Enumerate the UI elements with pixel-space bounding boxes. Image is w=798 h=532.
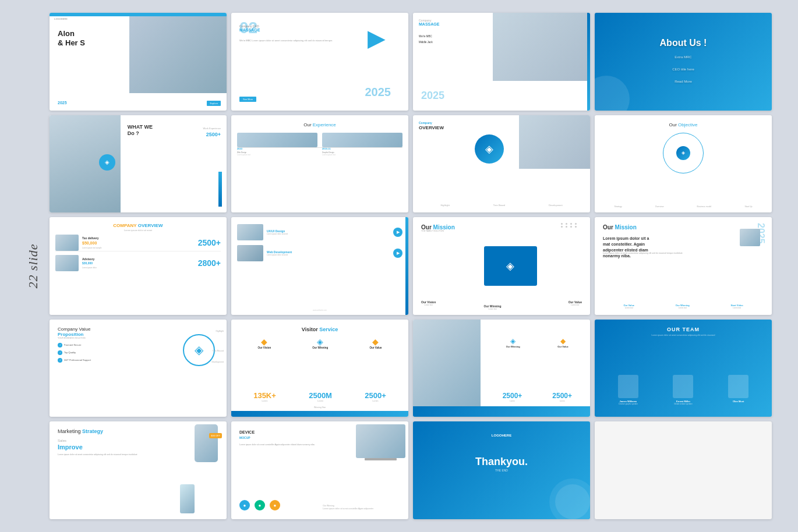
slide11-value-sub: Lorem text xyxy=(569,304,582,306)
slide3-product: MASSAGE xyxy=(419,22,439,26)
slide-4: About Us !Extra MRCCEO title hereRead Mo… xyxy=(595,13,772,111)
slide9-tag-2: Advisory$30,000 xyxy=(82,257,195,265)
dot-6 xyxy=(566,226,567,228)
slide16-avatar-3 xyxy=(728,375,748,398)
slide18-desc: Lorem ipsum dolor sit a mat consteiller … xyxy=(239,444,319,446)
slide19-thank: Thankyou. THE END xyxy=(413,456,590,472)
slide8-title: Our Objective xyxy=(595,122,772,127)
slide7-stat-lbl-3: Development xyxy=(549,204,563,207)
slide-2: 02 Company CEO MASSAGE We're MBC Lorem i… xyxy=(231,13,408,111)
dot-8 xyxy=(575,226,577,228)
slide14-winner-label: Winning Star xyxy=(231,406,408,409)
slide-18: DEVICE MOCUP Lorem ipsum dolor sit a mat… xyxy=(231,421,408,519)
slide-8: Our Objective Strategy Overview Business… xyxy=(595,115,772,213)
slide16-role-1: Creative graphic speaker xyxy=(618,403,638,405)
slide10-item-1: UX/UI Design Lorem ipsum dolor sit amet … xyxy=(237,224,402,240)
slide9-desc-1: Lorem ipsum text sample xyxy=(82,247,102,249)
slide11-blue-card xyxy=(484,246,537,285)
slide18-icon-g: ● xyxy=(255,500,265,510)
slide13-label-1: Fast and Secure xyxy=(64,343,81,346)
slide17-price-tag: $90 OFF xyxy=(209,433,222,438)
slide-15: Visitor Audit ◈ Our Winning ◆ Our Value … xyxy=(413,320,590,417)
slide17-phone xyxy=(195,424,218,462)
slide14-stat-num-3: 2500+ xyxy=(365,391,386,400)
dot-7 xyxy=(570,226,572,228)
slide13-items: ✓ Fast and Secure ✓ Top Quality ✓ 24/7 P… xyxy=(58,343,91,366)
slide6-date-2: 2019-11 xyxy=(322,147,402,150)
slide2-product: MASSAGE xyxy=(239,28,260,32)
slide9-title: COMPANY OVERVIEW xyxy=(50,223,227,228)
slide6-date-1: 2023 xyxy=(237,147,317,150)
slide9-tag-1: Tax delivery$50,000 xyxy=(82,236,195,246)
slide10-pic-2 xyxy=(237,245,263,261)
slide18-device-lbl: DEVICE xyxy=(239,430,255,434)
slide14-value-lbl: Our Value xyxy=(369,346,382,349)
slide17-improve: Improve xyxy=(58,444,83,451)
slide3-name2: Middle Jack xyxy=(419,41,433,44)
slide7-overview: OVERVIEW xyxy=(419,125,444,130)
slide4-about: About Us !Extra MRCCEO title hereRead Mo… xyxy=(660,37,707,86)
slide13-item-1: ✓ Fast and Secure xyxy=(58,343,91,347)
slide6-title: Our Experience xyxy=(231,122,408,127)
slide1-explore-btn[interactable]: Explore xyxy=(207,101,221,106)
slide12-win-sub: Lorem text xyxy=(676,307,690,309)
slide12-start-sub: Lorem text xyxy=(731,307,743,309)
slide1-title: Alon& Her S xyxy=(58,29,85,47)
slide2-see-more-btn[interactable]: See More xyxy=(239,97,256,102)
slide14-stat-num-1: 135K+ xyxy=(253,391,276,400)
slide17-sale: Sales xyxy=(58,439,66,442)
slide6-img-1 xyxy=(237,133,317,147)
slide8-labels: Strategy Overview Business model Start U… xyxy=(598,205,769,208)
slide9-subtitle: Lorem ipsum dolor sit amet xyxy=(50,229,227,232)
slide8-lbl-1: Strategy xyxy=(615,205,622,208)
slide9-text-2: Advisory$30,000 Lorem ipsum dolor xyxy=(82,257,195,269)
slide-9: COMPANY OVERVIEW Lorem ipsum dolor sit a… xyxy=(50,217,227,315)
slide8-lbl-2: Overview xyxy=(655,205,664,208)
slide16-title: OUR TEAM xyxy=(595,327,772,332)
slide17-title-em: Strategy xyxy=(82,428,103,434)
slide7-company: Company xyxy=(419,121,432,125)
slide12-val-sub: Lorem text xyxy=(623,307,634,309)
slide-3: Company MASSAGE We're MBC Middle Jack 20… xyxy=(413,13,590,111)
slide6-item-2: 2019-11 Graphic DesignLorem ipsum text xyxy=(322,133,402,156)
slide13-subtitle: YOUR BUSINESS SOLUTION xyxy=(58,337,86,339)
slide13-cl-2: Tree Record xyxy=(211,350,224,352)
slide15-win-icon: ◈ xyxy=(506,337,520,345)
slide14-bg-grad xyxy=(231,411,408,417)
slides-grid: LOGOHERE Alon& Her S 2025 Explore 02 Com… xyxy=(50,13,772,519)
slide5-circle xyxy=(99,154,115,171)
slide9-row2: Advisory$30,000 Lorem ipsum dolor 2800+ xyxy=(55,255,221,271)
slide18-icon-b: ● xyxy=(239,500,250,510)
slide11-winning: Our Winning Lorem text xyxy=(484,304,502,310)
slide13-item-3: ✓ 24/7 Professional Support xyxy=(58,358,91,363)
slide3-name1: We're MBC xyxy=(419,35,432,38)
slide14-title-em: Service xyxy=(319,327,338,332)
slide9-desc-2: Lorem ipsum dolor xyxy=(82,267,97,269)
slide12-win: Our Winning Lorem text xyxy=(676,304,690,309)
slide14-winning-lbl: Our Winning xyxy=(312,346,328,349)
slide13-circle-right: ◈ xyxy=(183,334,215,366)
slide8-lbl-4: Start Up xyxy=(745,205,753,208)
dot-1 xyxy=(561,223,563,225)
slide16-member-2: Ernest Miller Global creative speaker xyxy=(673,375,693,405)
slide16-role-2: Global creative speaker xyxy=(673,403,693,405)
slide16-avatar-2 xyxy=(673,375,693,398)
slide-count-label: 22 slide xyxy=(26,243,41,288)
slide6-img-2 xyxy=(322,133,402,147)
slide11-caption: THE FAMILY SOLUTION xyxy=(421,230,444,232)
slide10-icon-1: ▶ xyxy=(393,228,402,237)
slide16-subtitle: Lorem ipsum dolor sit amet consectetur a… xyxy=(595,334,772,336)
slide15-sub1: Lorem xyxy=(503,400,522,402)
slide14-stats: 135K+ Lorem 2500M Lorem 2500+ Lorem xyxy=(237,391,402,402)
slide11-deco xyxy=(561,223,578,228)
slide9-text-1: Tax delivery$50,000 Lorem ipsum text sam… xyxy=(82,236,195,250)
slide-11: Our Mission THE FAMILY SOLUTION Our Visi… xyxy=(413,217,590,315)
slide19-logo: LOGOHERE xyxy=(413,428,590,439)
slide15-s1: 2500+ Lorem xyxy=(503,392,522,402)
dot-3 xyxy=(570,223,572,225)
slide7-photo xyxy=(519,115,590,169)
slide15-val-icon: ◆ xyxy=(557,337,569,345)
slide-5: WHAT WEDo ? Work Experience 2500+ xyxy=(50,115,227,213)
slide16-avatar-1 xyxy=(618,375,638,398)
slide13-cl-3: Development xyxy=(211,361,224,363)
